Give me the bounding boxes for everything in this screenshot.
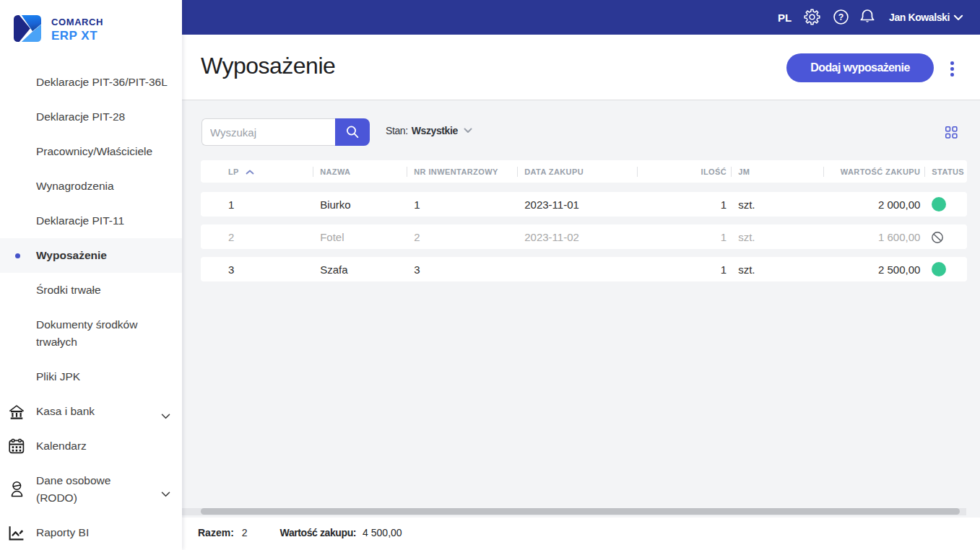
svg-text:?: ? [838, 12, 844, 22]
